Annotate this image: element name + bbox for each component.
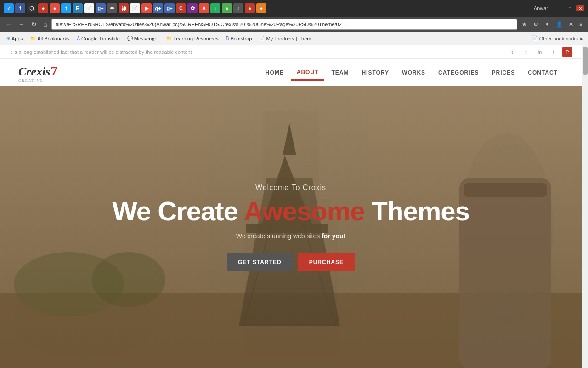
favicon-11[interactable]: 📄 [130,3,140,13]
nav-categories[interactable]: CATEGORIES [433,66,484,80]
bookmarks-bar: ⊞Apps📁All BookmarksAGoogle Translate💬Mes… [0,32,588,45]
settings-icon[interactable]: ⚙ [531,20,540,29]
favicon-0[interactable]: ✓ [4,3,14,13]
tab-bar: ✓f⬡●●tE📄g+✏禅📄▶g+g+C✿A↓●♪●● Anwar — □ ✕ [0,0,588,17]
bookmark-star-icon[interactable]: ★ [520,20,529,29]
get-started-button[interactable]: GET STARTED [227,253,293,271]
scrollbar[interactable] [582,45,588,368]
bookmark-all-bookmarks[interactable]: 📁All Bookmarks [28,35,72,42]
profile-icon[interactable]: 👤 [554,20,565,29]
website-content: It is a long established fact that a rea… [0,45,582,368]
favicon-7[interactable]: 📄 [84,3,94,13]
favicon-8[interactable]: g+ [96,3,106,13]
favicon-14[interactable]: g+ [164,3,175,13]
address-bar: ← → ↻ ⌂ ★ ⚙ ✦ 👤 A ≡ [0,17,588,32]
favicon-2[interactable]: ⬡ [27,3,37,13]
close-button[interactable]: ✕ [576,5,584,12]
facebook-icon[interactable]: f [548,47,559,57]
logo-number: 7 [51,63,57,78]
announcement-text: It is a long established fact that a rea… [9,49,192,55]
purchase-button[interactable]: PURCHASE [298,253,355,271]
maximize-button[interactable]: □ [566,5,574,12]
hero-desc: We create stunning web sites for you! [112,232,469,240]
favicon-19[interactable]: ● [222,3,232,13]
bookmark-apps[interactable]: ⊞Apps [4,35,26,42]
nav-prices[interactable]: PRICES [486,66,521,80]
hero-desc-highlight: for you! [322,232,345,240]
nav-bar: Crexis7 creative HOME ABOUT TEAM HISTORY… [0,59,582,86]
favicon-22[interactable]: ● [256,3,266,13]
logo-text: Crexis [18,65,50,78]
extensions-icon[interactable]: ✦ [543,20,551,29]
other-bookmarks[interactable]: 📄 Other bookmarks ► [531,35,584,41]
hero-title: We Create Awesome Themes [112,196,469,226]
tumblr-icon[interactable]: t [521,47,531,57]
favicon-10[interactable]: 禅 [119,3,129,13]
nav-contact[interactable]: CONTACT [522,66,563,80]
logo[interactable]: Crexis7 creative [18,63,57,83]
minimize-button[interactable]: — [556,5,564,12]
nav-works[interactable]: WORKS [396,66,431,80]
nav-about[interactable]: ABOUT [291,65,324,80]
url-input[interactable] [51,19,517,30]
username-label: Anwar [534,6,548,11]
social-icons: t t in f P [507,47,572,57]
favicon-18[interactable]: ↓ [210,3,220,13]
home-button[interactable]: ⌂ [41,20,49,29]
bookmark-my-products-|-them...[interactable]: 📄My Products | Them... [256,35,318,42]
hero-subtitle: Welcome To Crexis [112,184,469,192]
favicon-5[interactable]: t [61,3,71,13]
logo-sub: creative [18,79,57,83]
twitter-icon[interactable]: t [507,47,517,57]
linkedin-icon[interactable]: in [535,47,545,57]
hero-title-suffix: Themes [364,196,469,226]
bookmark-google-translate[interactable]: AGoogle Translate [74,35,122,42]
favicon-15[interactable]: C [176,3,186,13]
translate-icon[interactable]: A [567,20,575,29]
hero-title-prefix: We Create [112,196,244,226]
favicon-21[interactable]: ● [245,3,255,13]
reload-button[interactable]: ↻ [29,20,39,29]
scroll-thumb[interactable] [583,47,588,75]
hero-title-highlight: Awesome [244,196,365,226]
bookmark-learning-resources[interactable]: 📁Learning Resources [164,35,221,42]
forward-button[interactable]: → [17,20,27,29]
favicon-1[interactable]: f [15,3,25,13]
favicon-6[interactable]: E [73,3,83,13]
nav-links: HOME ABOUT TEAM HISTORY WORKS CATEGORIES… [260,65,563,80]
favicon-list: ✓f⬡●●tE📄g+✏禅📄▶g+g+C✿A↓●♪●● [4,3,532,13]
favicon-13[interactable]: g+ [153,3,163,13]
favicon-4[interactable]: ● [50,3,60,13]
hero-desc-prefix: We create stunning web sites [236,232,322,240]
back-button[interactable]: ← [4,20,14,29]
hero-section: Welcome To Crexis We Create Awesome Them… [0,86,582,368]
nav-team[interactable]: TEAM [326,66,354,80]
bookmark-bootstrap[interactable]: BBootstrap [223,35,255,42]
page-wrapper: It is a long established fact that a rea… [0,45,588,368]
favicon-17[interactable]: A [199,3,209,13]
favicon-12[interactable]: ▶ [141,3,152,13]
nav-history[interactable]: HISTORY [356,66,395,80]
hero-buttons: GET STARTED PURCHASE [112,253,469,271]
nav-home[interactable]: HOME [260,66,289,80]
hero-content: Welcome To Crexis We Create Awesome Them… [112,184,469,271]
menu-icon[interactable]: ≡ [577,20,584,29]
favicon-3[interactable]: ● [38,3,48,13]
pinterest-icon[interactable]: P [562,47,572,57]
window-controls: — □ ✕ [556,5,584,12]
favicon-9[interactable]: ✏ [107,3,117,13]
favicon-16[interactable]: ✿ [187,3,198,13]
favicon-20[interactable]: ♪ [233,3,243,13]
bookmark-messenger[interactable]: 💬Messenger [124,35,162,42]
announcement-bar: It is a long established fact that a rea… [0,45,582,59]
